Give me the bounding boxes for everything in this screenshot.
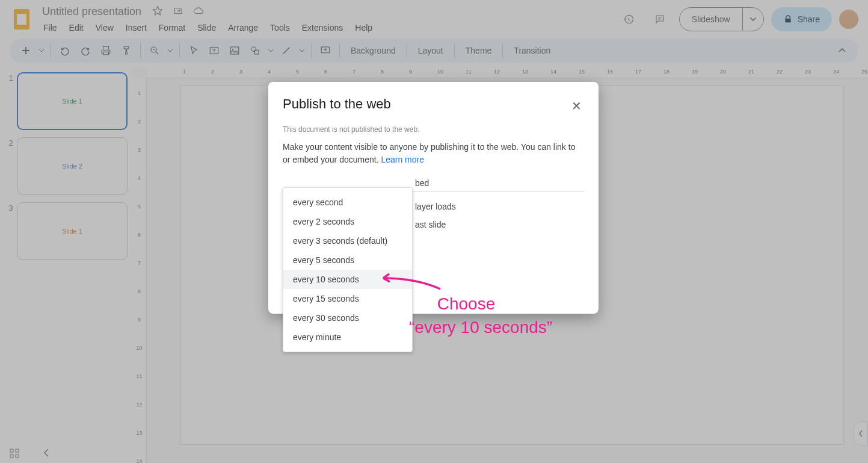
dropdown-item-3s[interactable]: every 3 seconds (default) [283,231,412,250]
close-icon[interactable]: ✕ [569,96,584,116]
auto-advance-dropdown: every second every 2 seconds every 3 sec… [283,187,413,352]
dialog-description: Make your content visible to anyone by p… [283,141,584,166]
learn-more-link[interactable]: Learn more [381,155,424,164]
dialog-status: This document is not published to the we… [283,125,584,134]
dropdown-item-30s[interactable]: every 30 seconds [283,308,412,328]
dialog-title: Publish to the web [283,96,391,112]
dropdown-item-2s[interactable]: every 2 seconds [283,212,412,231]
dropdown-item-15s[interactable]: every 15 seconds [283,289,412,308]
dropdown-item-10s[interactable]: every 10 seconds [283,270,412,289]
dropdown-item-1m[interactable]: every minute [283,328,412,347]
dropdown-item-1s[interactable]: every second [283,193,412,212]
dropdown-item-5s[interactable]: every 5 seconds [283,250,412,270]
